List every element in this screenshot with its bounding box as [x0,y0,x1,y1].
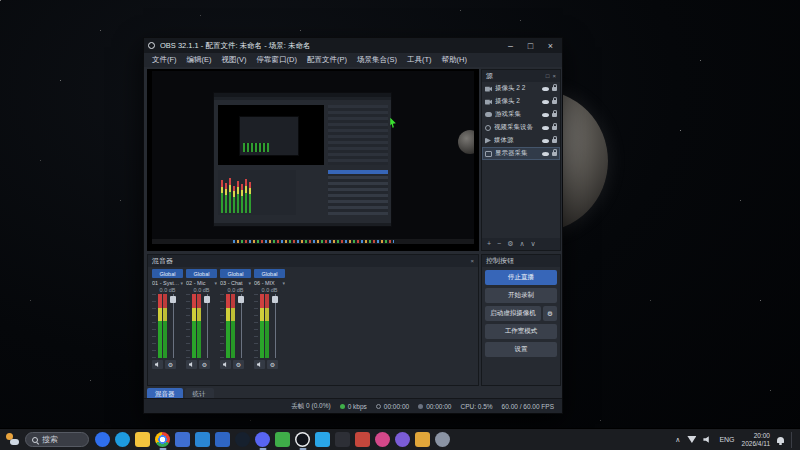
dock-close-icon[interactable]: × [470,258,474,264]
mini-meter-bar [237,181,239,212]
menu-item-0[interactable]: 文件(F) [147,53,182,67]
mixer-channel-group-badge[interactable]: Global [220,269,251,278]
mixer-channel-group-badge[interactable]: Global [186,269,217,278]
input-language-indicator[interactable]: ENG [719,436,734,443]
maximize-button[interactable]: □ [523,39,538,52]
stop-streaming-button[interactable]: 停止直播 [485,270,557,285]
volume-fader[interactable] [272,294,278,358]
source-row-3[interactable]: 视频采集设备 [482,121,560,134]
visibility-eye-icon[interactable] [542,152,549,156]
mixer-channel-name[interactable]: 02 - Mic▾ [186,278,217,287]
fader-handle[interactable] [204,296,210,303]
menu-item-1[interactable]: 编辑(E) [182,53,217,67]
menu-item-6[interactable]: 工具(T) [402,53,437,67]
taskbar-app-photos[interactable] [175,432,190,447]
network-icon[interactable] [687,436,696,443]
menu-item-2[interactable]: 视图(V) [217,53,252,67]
lock-icon[interactable] [552,87,557,91]
volume-icon[interactable] [703,436,712,444]
start-virtual-camera-button[interactable]: 启动虚拟摄像机 [485,306,541,321]
display-capture-preview[interactable] [152,71,474,244]
taskbar-app-vscode[interactable] [315,432,330,447]
source-properties-button[interactable]: ⚙ [507,238,513,250]
channel-settings-gear-icon[interactable]: ⚙ [267,360,278,369]
taskbar-app-obs-studio[interactable] [295,432,310,447]
widgets-weather-icon[interactable] [6,433,19,446]
sources-dock-header: 源 □ × [482,70,560,82]
notifications-bell-icon[interactable] [777,437,784,443]
channel-settings-gear-icon[interactable]: ⚙ [165,360,176,369]
taskbar-app-wechat[interactable] [275,432,290,447]
mute-speaker-icon[interactable] [152,360,163,369]
mixer-channel-name[interactable]: 06 - MIX▾ [254,278,285,287]
taskbar-app-edge[interactable] [115,432,130,447]
source-row-5[interactable]: 显示器采集 [482,147,560,160]
studio-mode-button[interactable]: 工作室模式 [485,324,557,339]
mixer-channel-name[interactable]: 03 - Chat▾ [220,278,251,287]
chevron-down-icon: ▾ [248,280,251,286]
volume-fader[interactable] [170,294,176,358]
volume-fader[interactable] [204,294,210,358]
dock-popout-icon[interactable]: □ [546,73,550,79]
remove-source-button[interactable]: − [497,238,501,250]
taskbar-app-copilot[interactable] [95,432,110,447]
visibility-eye-icon[interactable] [542,126,549,130]
minimize-button[interactable]: – [503,39,518,52]
move-source-down-button[interactable]: ∨ [531,238,536,250]
mixer-channel-name[interactable]: 01 - System▾ [152,278,183,287]
source-row-2[interactable]: 游戏采集 [482,108,560,121]
clock[interactable]: 20:00 2026/4/11 [742,432,770,447]
lock-icon[interactable] [552,113,557,117]
visibility-eye-icon[interactable] [542,87,549,91]
source-row-4[interactable]: 媒体源 [482,134,560,147]
taskbar-app-music[interactable] [375,432,390,447]
start-recording-button[interactable]: 开始录制 [485,288,557,303]
visibility-eye-icon[interactable] [542,113,549,117]
mute-speaker-icon[interactable] [186,360,197,369]
mute-speaker-icon[interactable] [220,360,231,369]
fader-handle[interactable] [272,296,278,303]
taskbar-app-settings-app[interactable] [435,432,450,447]
source-row-1[interactable]: 摄像头 2 [482,95,560,108]
volume-fader[interactable] [238,294,244,358]
add-source-button[interactable]: + [487,238,491,250]
window-titlebar[interactable]: OBS 32.1.1 - 配置文件: 未命名 - 场景: 未命名 – □ × [144,38,562,53]
taskbar-app-browser-alt[interactable] [395,432,410,447]
mute-speaker-icon[interactable] [254,360,265,369]
lock-icon[interactable] [552,139,557,143]
hidden-icons-chevron-icon[interactable]: ∧ [675,436,680,444]
menu-item-4[interactable]: 配置文件(P) [302,53,352,67]
mixer-channel-group-badge[interactable]: Global [152,269,183,278]
menu-item-5[interactable]: 场景集合(S) [352,53,402,67]
settings-button[interactable]: 设置 [485,342,557,357]
visibility-eye-icon[interactable] [542,100,549,104]
virtual-camera-gear-icon[interactable]: ⚙ [543,306,557,321]
taskbar-app-game-launcher[interactable] [355,432,370,447]
taskbar-app-store[interactable] [215,432,230,447]
close-button[interactable]: × [543,39,558,52]
taskbar-app-terminal[interactable] [335,432,350,447]
fader-handle[interactable] [238,296,244,303]
show-desktop-button[interactable] [791,432,794,448]
menu-item-3[interactable]: 停靠窗口(D) [252,53,302,67]
fader-handle[interactable] [170,296,176,303]
taskbar-app-file-explorer[interactable] [135,432,150,447]
taskbar-app-steam[interactable] [235,432,250,447]
dock-close-icon[interactable]: × [552,73,556,79]
mini-controls-panel [328,170,388,215]
taskbar-app-mail[interactable] [195,432,210,447]
menu-item-7[interactable]: 帮助(H) [437,53,472,67]
taskbar-search[interactable]: 搜索 [25,432,89,447]
mixer-channel-group-badge[interactable]: Global [254,269,285,278]
lock-icon[interactable] [552,126,557,130]
channel-settings-gear-icon[interactable]: ⚙ [199,360,210,369]
taskbar-app-chrome[interactable] [155,432,170,447]
lock-icon[interactable] [552,100,557,104]
source-row-0[interactable]: 摄像头 2 2 [482,82,560,95]
visibility-eye-icon[interactable] [542,139,549,143]
move-source-up-button[interactable]: ∧ [519,238,524,250]
taskbar-app-discord[interactable] [255,432,270,447]
lock-icon[interactable] [552,152,557,156]
taskbar-app-notes[interactable] [415,432,430,447]
channel-settings-gear-icon[interactable]: ⚙ [233,360,244,369]
